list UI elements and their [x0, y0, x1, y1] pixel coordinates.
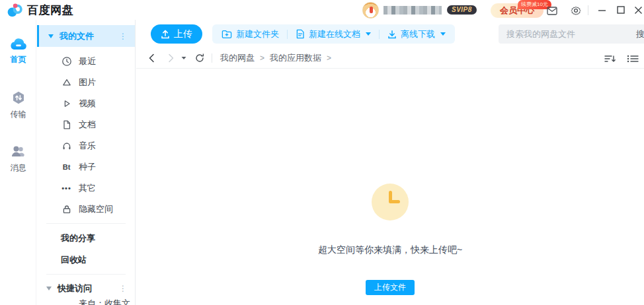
- upload-icon: [161, 30, 170, 39]
- baidu-netdisk-logo-icon: [7, 2, 23, 18]
- sidebar-item-videos[interactable]: 视频: [37, 93, 135, 114]
- upload-label: 上传: [174, 28, 192, 40]
- videos-label: 视频: [79, 98, 96, 110]
- main-content: 上传 新建文件夹 新建在线文档: [136, 20, 644, 305]
- recent-label: 最近: [79, 55, 96, 67]
- image-icon: [61, 77, 72, 88]
- torrents-label: 种子: [79, 161, 96, 173]
- hidden-space-label: 隐藏空间: [79, 203, 113, 215]
- svip-badge[interactable]: SVIP8: [447, 5, 477, 15]
- empty-clock-icon: [372, 184, 409, 220]
- transfer-icon: [11, 90, 26, 106]
- app-title: 百度网盘: [27, 3, 73, 18]
- breadcrumb-separator: >: [260, 53, 264, 63]
- breadcrumb-my-drive[interactable]: 我的网盘: [220, 52, 255, 64]
- back-button[interactable]: [147, 53, 157, 63]
- sidebar-item-documents[interactable]: 文档: [37, 114, 135, 135]
- sidebar-item-hidden-space[interactable]: 隐藏空间: [37, 199, 135, 220]
- settings-gear-icon[interactable]: [570, 5, 582, 17]
- sidebar: 我的文件 ⋮ 最近 图片 视频 文档 音乐 Bt 种子 •••: [37, 20, 136, 305]
- sidebar-item-other[interactable]: ••• 其它: [37, 178, 135, 199]
- sidebar-item-pictures[interactable]: 图片: [37, 72, 135, 93]
- upload-button[interactable]: 上传: [151, 24, 202, 44]
- sidebar-item-recent[interactable]: 最近: [37, 51, 135, 72]
- rail-messages-label: 消息: [11, 162, 26, 174]
- clock-hand: [389, 200, 400, 203]
- app-logo: 百度网盘: [7, 2, 73, 18]
- collected-files-label: 来自：收集文件: [79, 298, 135, 305]
- sidebar-divider: [46, 274, 126, 275]
- vip-center-button[interactable]: 会员中心 续费减10元: [491, 3, 543, 18]
- documents-label: 文档: [79, 119, 96, 131]
- rail-home-label: 首页: [11, 54, 26, 65]
- search-submit[interactable]: 搜索: [629, 28, 644, 40]
- other-label: 其它: [79, 182, 96, 194]
- chevron-down-icon[interactable]: [48, 34, 54, 38]
- clock-icon: [61, 56, 72, 67]
- cloud-icon: [9, 36, 28, 51]
- chevron-down-icon: [440, 32, 446, 36]
- my-files-label: 我的文件: [60, 30, 94, 42]
- maximize-button[interactable]: [615, 4, 627, 16]
- document-icon: [61, 119, 72, 130]
- sidebar-section-quick-access[interactable]: 快捷访问 ⋮: [37, 278, 135, 299]
- download-icon: [387, 30, 397, 39]
- search-box: 搜索: [499, 24, 644, 44]
- username-blurred[interactable]: [383, 6, 442, 15]
- sort-icon[interactable]: [604, 53, 616, 67]
- breadcrumb-app-data[interactable]: 我的应用数据: [270, 52, 321, 64]
- lock-icon: [61, 204, 72, 215]
- bt-icon: Bt: [61, 163, 72, 171]
- sidebar-item-recycle-bin[interactable]: 回收站: [37, 249, 135, 271]
- breadcrumb-bar: 我的网盘 > 我的应用数据 >: [136, 48, 644, 69]
- music-label: 音乐: [79, 140, 96, 152]
- titlebar: 百度网盘 SVIP8 会员中心 续费减10元: [0, 0, 644, 20]
- user-avatar[interactable]: [362, 2, 379, 18]
- more-dots-icon: •••: [61, 184, 72, 192]
- quick-access-label: 快捷访问: [58, 283, 92, 294]
- toolbar: 上传 新建文件夹 新建在线文档: [136, 20, 644, 48]
- music-icon: [61, 141, 72, 151]
- refresh-icon[interactable]: [194, 53, 205, 63]
- breadcrumb-divider: [212, 53, 212, 63]
- sidebar-item-my-shares[interactable]: 我的分享: [37, 227, 135, 249]
- more-options-icon[interactable]: ⋮: [119, 285, 127, 292]
- forward-button[interactable]: [165, 53, 176, 63]
- toolbar-separator: [379, 30, 380, 39]
- sidebar-item-my-files[interactable]: 我的文件 ⋮: [37, 25, 135, 47]
- video-icon: [61, 98, 72, 109]
- offline-download-button[interactable]: 离线下载: [387, 28, 446, 40]
- list-view-icon[interactable]: [627, 53, 639, 67]
- pictures-label: 图片: [79, 77, 96, 88]
- history-dropdown-icon[interactable]: [181, 56, 186, 60]
- upload-file-button[interactable]: 上传文件: [366, 280, 415, 295]
- toolbar-separator: [287, 30, 288, 39]
- chevron-down-icon[interactable]: [46, 287, 52, 290]
- chevron-down-icon: [366, 32, 371, 36]
- new-folder-button[interactable]: 新建文件夹: [221, 28, 279, 40]
- more-options-icon[interactable]: ⋮: [119, 32, 127, 40]
- mail-icon[interactable]: [546, 5, 558, 17]
- new-online-doc-button[interactable]: 新建在线文档: [296, 28, 371, 40]
- rail-item-transfer[interactable]: 传输: [0, 90, 36, 120]
- sidebar-item-music[interactable]: 音乐: [37, 135, 135, 156]
- sidebar-item-torrents[interactable]: Bt 种子: [37, 156, 135, 178]
- rail-transfer-label: 传输: [11, 109, 26, 120]
- offline-download-label: 离线下载: [401, 28, 435, 40]
- close-button[interactable]: [632, 4, 644, 16]
- new-folder-label: 新建文件夹: [236, 28, 279, 40]
- messages-icon: [10, 144, 27, 160]
- sidebar-item-collected-files[interactable]: 来自：收集文件: [37, 299, 135, 305]
- sidebar-divider: [46, 223, 126, 224]
- empty-state-message: 超大空间等你来填满，快来上传吧~: [136, 244, 644, 256]
- breadcrumb-separator: >: [327, 53, 331, 63]
- new-online-doc-label: 新建在线文档: [309, 28, 360, 40]
- rail-item-home[interactable]: 首页: [0, 36, 36, 65]
- rail-item-messages[interactable]: 消息: [0, 144, 36, 174]
- minimize-button[interactable]: [596, 4, 608, 16]
- toolbar-group: 新建文件夹 新建在线文档 离线下载: [212, 24, 455, 44]
- nav-rail: 首页 传输 消息: [0, 20, 36, 305]
- search-input[interactable]: [499, 29, 629, 39]
- new-doc-icon: [296, 29, 305, 39]
- new-folder-icon: [221, 30, 232, 39]
